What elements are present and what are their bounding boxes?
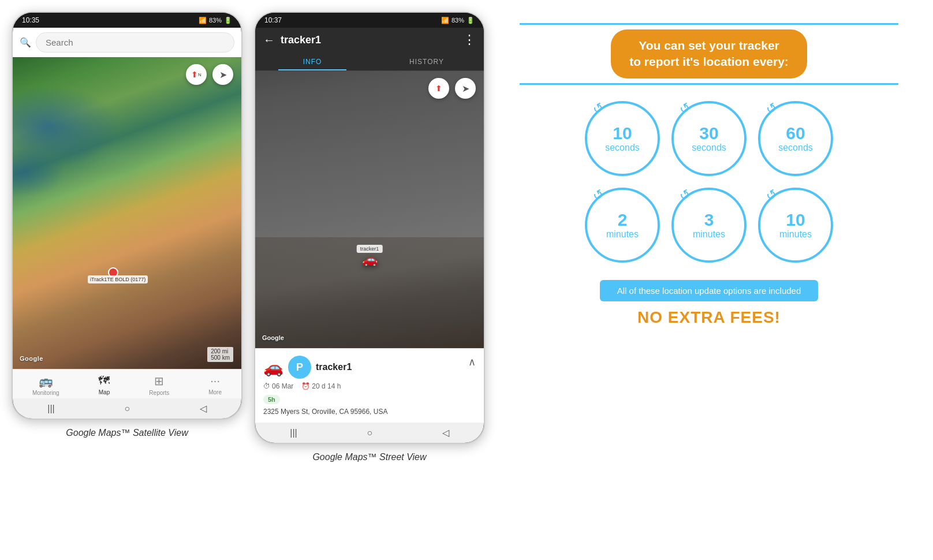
phone1-caption: Google Maps™ Satellite View <box>66 428 188 438</box>
tracker-badge: 5h <box>263 395 280 404</box>
phone2-back-button[interactable]: ◁ <box>442 427 449 438</box>
map-icon: 🗺 <box>98 374 110 387</box>
monitoring-icon: 🚌 <box>39 374 53 388</box>
tracker-icon-group: 🚗 <box>263 358 283 377</box>
circle-3m: ↺ 3 minutes <box>671 188 747 263</box>
circle-10s: ↺ 10 seconds <box>585 101 660 176</box>
back-arrow-icon[interactable]: ← <box>263 33 275 47</box>
time-number-10m: 10 <box>786 210 805 229</box>
footer-box: All of these location update options are… <box>600 280 819 301</box>
nav-reports[interactable]: ⊞ Reports <box>149 374 169 396</box>
tracker-info-card: 🚗 P tracker1 ∧ ⏱ 06 Mar <box>255 348 484 423</box>
phone2-header: ← tracker1 ⋮ <box>255 28 484 52</box>
menu-dots-icon[interactable]: ⋮ <box>463 32 476 47</box>
search-input[interactable] <box>36 32 234 53</box>
phone2-home-button[interactable]: ○ <box>367 428 372 438</box>
time-number-30s: 30 <box>699 124 718 143</box>
phone1-search-bar[interactable]: 🔍 <box>13 28 241 57</box>
time-unit-30s: seconds <box>692 143 726 153</box>
footer-text: All of these location update options are… <box>617 286 801 296</box>
tracker-info-header: 🚗 P tracker1 ∧ <box>263 356 476 379</box>
time-number-3m: 3 <box>704 210 714 229</box>
phone2-battery-icon: 🔋 <box>466 17 475 24</box>
tab-info[interactable]: INFO <box>255 52 370 70</box>
time-unit-3m: minutes <box>693 229 725 240</box>
tracker-car-emoji: 🚗 <box>263 359 283 376</box>
map-scale: 200 mi 500 km <box>207 347 233 362</box>
phone1-signal-icon: 📶 <box>199 17 207 24</box>
phone1-system-bar: ||| ○ ◁ <box>13 398 241 419</box>
home-button[interactable]: ○ <box>124 404 130 414</box>
title-text-line2: to report it's location every: <box>629 54 789 70</box>
tab-history[interactable]: HISTORY <box>370 52 484 70</box>
recents-button[interactable]: ||| <box>47 404 54 414</box>
nav-map[interactable]: 🗺 Map <box>98 374 110 396</box>
time-unit-10s: seconds <box>605 143 640 153</box>
phone2-caption: Google Maps™ Street View <box>312 452 426 462</box>
title-bottom-line <box>520 83 898 85</box>
phone1-battery-icon: 🔋 <box>224 17 232 24</box>
tracker-label: iTrack1TE BOLD (0177) <box>88 275 148 283</box>
street-map: ⬆ ➤ tracker1 🚗 Google <box>255 71 484 348</box>
tracker-date: ⏱ 06 Mar <box>263 382 293 390</box>
nav-map-label: Map <box>99 389 110 395</box>
arrow-30s: ↺ <box>677 99 693 118</box>
tracker-meta: ⏱ 06 Mar ⏰ 20 d 14 h <box>263 382 476 390</box>
time-unit-60s: seconds <box>778 143 813 153</box>
phone1-nav-bar: 🚌 Monitoring 🗺 Map ⊞ Reports ··· More <box>13 369 241 398</box>
phone2-battery: 83% <box>451 17 464 24</box>
more-icon: ··· <box>210 374 220 387</box>
phone2-time: 10:37 <box>264 16 282 24</box>
location-button[interactable]: ➤ <box>212 64 233 85</box>
clock-icon: ⏱ <box>263 382 270 390</box>
arrow-3m: ↺ <box>677 186 693 204</box>
google-logo-street: Google <box>262 334 284 341</box>
phone1-status-bar: 10:35 📶 83% 🔋 <box>13 13 241 28</box>
circles-grid: ↺ 10 seconds ↺ 30 seconds ↺ 60 seconds ↺… <box>585 101 833 263</box>
location-button-street[interactable]: ➤ <box>455 78 476 99</box>
phone2-status-bar: 10:37 📶 83% 🔋 <box>255 13 484 28</box>
circle-2m: ↺ 2 minutes <box>585 188 660 263</box>
nav-more[interactable]: ··· More <box>208 374 222 396</box>
satellite-map: ⬆N ➤ iTrack1TE BOLD (0177) Google 200 mi… <box>13 57 241 369</box>
info-panel: You can set your tracker to report it's … <box>497 12 921 338</box>
time-number-2m: 2 <box>618 210 628 229</box>
time-unit-10m: minutes <box>779 229 812 240</box>
car-marker: 🚗 <box>362 252 378 267</box>
google-logo-satellite: Google <box>20 355 43 362</box>
search-icon: 🔍 <box>20 37 31 48</box>
no-fees-text: NO EXTRA FEES! <box>637 308 781 327</box>
arrow-10m: ↺ <box>763 186 780 204</box>
title-section: You can set your tracker to report it's … <box>520 23 898 85</box>
reports-icon: ⊞ <box>154 374 164 388</box>
tracker-duration: ⏰ 20 d 14 h <box>301 382 341 390</box>
timer-icon: ⏰ <box>301 382 310 390</box>
compass-icon-street[interactable]: ⬆ <box>428 78 449 99</box>
nav-more-label: More <box>208 389 222 395</box>
street-tracker-label: tracker1 <box>357 245 383 253</box>
phone2-recents-button[interactable]: ||| <box>290 428 297 438</box>
nav-monitoring[interactable]: 🚌 Monitoring <box>32 374 59 396</box>
arrow-2m: ↺ <box>590 186 607 204</box>
title-text-line1: You can set your tracker <box>629 38 789 54</box>
title-box: You can set your tracker to report it's … <box>611 29 807 79</box>
phone2-title: tracker1 <box>281 34 457 46</box>
phone1-battery: 83% <box>209 17 222 24</box>
time-number-10s: 10 <box>613 124 632 143</box>
expand-button[interactable]: ∧ <box>468 356 476 368</box>
time-unit-2m: minutes <box>606 229 639 240</box>
phone1-container: 10:35 📶 83% 🔋 🔍 ⬆N ➤ iTrack1TE BOLD <box>12 12 242 462</box>
tracker-name-group: tracker1 <box>316 362 352 372</box>
title-top-line <box>520 23 898 25</box>
tracker-address: 2325 Myers St, Oroville, CA 95966, USA <box>263 408 476 416</box>
time-number-60s: 60 <box>786 124 805 143</box>
back-button[interactable]: ◁ <box>200 403 207 414</box>
tracker-name: tracker1 <box>316 362 352 372</box>
nav-monitoring-label: Monitoring <box>32 390 59 396</box>
circle-30s: ↺ 30 seconds <box>671 101 747 176</box>
phone1-mockup: 10:35 📶 83% 🔋 🔍 ⬆N ➤ iTrack1TE BOLD <box>12 12 242 420</box>
phone2-signal-icon: 📶 <box>441 17 449 24</box>
phone2-tabs: INFO HISTORY <box>255 52 484 71</box>
phone2-system-bar: ||| ○ ◁ <box>255 423 484 443</box>
compass-icon[interactable]: ⬆N <box>186 64 207 85</box>
